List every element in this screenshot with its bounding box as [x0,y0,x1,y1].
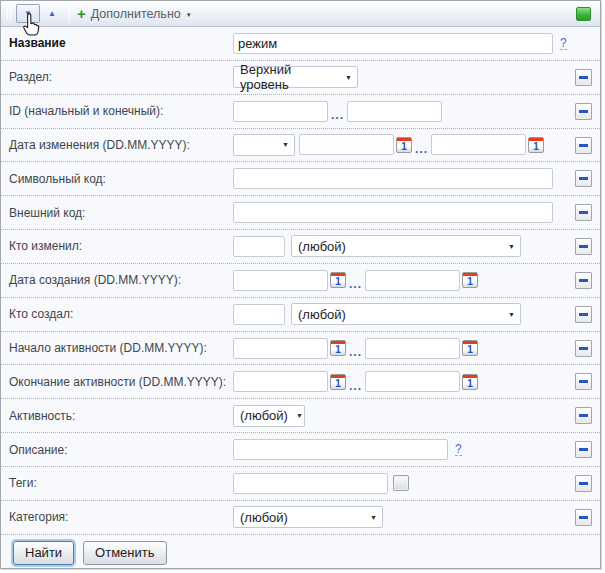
symbolic-code-input[interactable] [233,168,553,189]
modified-by-select[interactable]: (любой) ▼ [291,235,521,257]
calendar-icon[interactable]: 1 [462,272,478,288]
date-condition-select[interactable]: ▼ [233,134,295,156]
created-by-id-input[interactable] [233,304,285,325]
tags-input[interactable] [233,473,388,494]
drag-grip-icon[interactable] [7,7,11,20]
remove-field-button[interactable] [575,170,592,187]
date-created-to-input[interactable] [365,270,460,291]
minus-icon [579,76,588,79]
add-icon: + [77,8,86,20]
calendar-icon[interactable]: 1 [462,374,478,390]
field-label: Название [9,36,233,50]
date-modified-to-input[interactable] [431,134,526,155]
tags-picker-button[interactable] [393,475,409,491]
remove-field-button[interactable] [575,509,592,526]
filter-panel: ▼ ▲ + Дополнительно ▼ Название ? Раздел: [0,0,601,569]
field-label: Символьный код: [9,172,233,186]
active-to-start-input[interactable] [233,371,328,392]
remove-field-button[interactable] [575,69,592,86]
field-label: Активность: [9,409,233,423]
id-to-input[interactable] [347,101,442,122]
remove-field-button[interactable] [575,272,592,289]
category-select[interactable]: (любой) ▼ [233,506,383,528]
calendar-icon[interactable]: 1 [330,272,346,288]
remove-field-button[interactable] [575,306,592,323]
modified-by-id-input[interactable] [233,236,285,257]
calendar-icon[interactable]: 1 [330,374,346,390]
remove-field-button[interactable] [575,441,592,458]
field-label: Кто изменил: [9,239,233,253]
minus-icon [579,414,588,417]
range-dots: ... [331,108,344,122]
collapse-filter-button[interactable]: ▼ [16,4,40,23]
chevron-down-icon: ▼ [370,514,377,521]
select-value: (любой) [240,510,288,525]
active-to-end-input[interactable] [365,371,460,392]
select-value: (любой) [298,239,346,254]
more-fields-button[interactable]: + Дополнительно ▼ [77,7,192,21]
field-label: Описание: [9,443,233,457]
field-label: Категория: [9,510,233,524]
toolbar-separator [69,6,70,21]
range-dots: ... [349,345,362,359]
description-input[interactable] [233,439,448,460]
help-icon[interactable]: ? [560,37,567,50]
field-label: Дата изменения (DD.MM.YYYY): [9,138,233,152]
calendar-icon[interactable]: 1 [462,340,478,356]
more-fields-label: Дополнительно [91,7,181,21]
minus-icon [579,482,588,485]
expand-filter-button[interactable]: ▲ [40,4,64,23]
field-label: Дата создания (DD.MM.YYYY): [9,273,233,287]
field-label: Кто создал: [9,307,233,321]
filter-row-active-to: Окончание активности (DD.MM.YYYY): 1 ...… [1,365,600,399]
name-input[interactable] [233,33,553,54]
filter-row-symbolic-code: Символьный код: [1,162,600,196]
remove-field-button[interactable] [575,238,592,255]
filter-row-date-created: Дата создания (DD.MM.YYYY): 1 ... 1 [1,264,600,298]
section-select[interactable]: Верхний уровень ▼ [233,66,358,88]
help-icon[interactable]: ? [455,443,462,456]
chevron-down-icon: ▼ [186,12,192,18]
minus-icon [579,144,588,147]
filter-row-active-from: Начало активности (DD.MM.YYYY): 1 ... 1 [1,332,600,366]
date-created-from-input[interactable] [233,270,328,291]
calendar-icon[interactable]: 1 [396,137,412,153]
minus-icon [579,110,588,113]
minus-icon [579,211,588,214]
created-by-select[interactable]: (любой) ▼ [291,303,521,325]
remove-field-button[interactable] [575,407,592,424]
date-modified-from-input[interactable] [299,134,394,155]
active-from-end-input[interactable] [365,338,460,359]
remove-field-button[interactable] [575,137,592,154]
remove-field-button[interactable] [575,340,592,357]
external-code-input[interactable] [233,202,553,223]
id-from-input[interactable] [233,101,328,122]
chevron-down-icon: ▼ [508,243,515,250]
chevron-down-icon: ▼ [296,412,303,419]
calendar-icon[interactable]: 1 [330,340,346,356]
chevron-down-icon: ▼ [345,74,352,81]
filter-row-created-by: Кто создал: (любой) ▼ [1,298,600,332]
activity-select[interactable]: (любой) ▼ [233,405,305,427]
field-label: Окончание активности (DD.MM.YYYY): [9,375,233,389]
chevron-up-icon: ▲ [48,10,56,18]
field-label: Внешний код: [9,206,233,220]
filter-row-modified-by: Кто изменил: (любой) ▼ [1,230,600,264]
active-from-start-input[interactable] [233,338,328,359]
filter-row-description: Описание: ? [1,433,600,467]
cancel-button[interactable]: Отменить [83,541,166,565]
calendar-icon[interactable]: 1 [528,137,544,153]
filter-settings-button[interactable] [576,7,591,21]
select-value: Верхний уровень [240,62,337,92]
chevron-down-icon: ▼ [24,10,32,18]
remove-field-button[interactable] [575,204,592,221]
find-button[interactable]: Найти [13,541,74,565]
filter-row-external-code: Внешний код: [1,196,600,230]
remove-field-button[interactable] [575,103,592,120]
remove-field-button[interactable] [575,373,592,390]
minus-icon [579,245,588,248]
range-dots: ... [349,379,362,393]
minus-icon [579,347,588,350]
filter-row-date-modified: Дата изменения (DD.MM.YYYY): ▼ 1 ... 1 [1,129,600,163]
remove-field-button[interactable] [575,475,592,492]
